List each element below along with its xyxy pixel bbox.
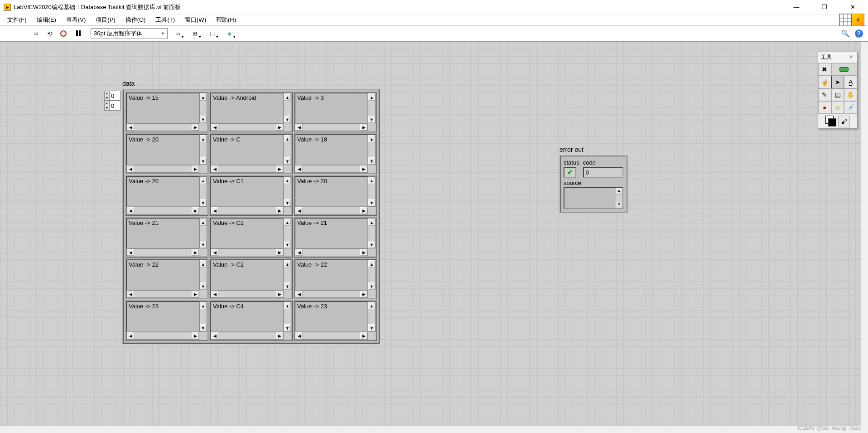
array-cell[interactable]: Value -> 21▲▼◀▶ — [294, 217, 377, 258]
cell-vscroll[interactable]: ▲▼ — [368, 93, 376, 123]
cell-hscroll[interactable]: ◀▶ — [211, 123, 284, 131]
array-cell[interactable]: Value -> 22▲▼◀▶ — [125, 258, 208, 299]
array-cell[interactable]: Value -> 20▲▼◀▶ — [125, 133, 208, 174]
array-cell[interactable]: Value -> 22▲▼◀▶ — [294, 258, 377, 299]
tool-wire-icon[interactable]: ✎ — [818, 88, 831, 101]
tools-palette-header[interactable]: 工具 ✕ — [818, 52, 857, 63]
cell-vscroll[interactable]: ▲▼ — [284, 135, 291, 165]
tool-auto-led[interactable] — [831, 63, 857, 76]
col-down-icon[interactable]: ▼ — [105, 106, 109, 110]
array-cell[interactable]: Value -> 15▲▼◀▶ — [125, 92, 208, 132]
main-horizontal-scrollbar[interactable] — [0, 425, 860, 433]
tool-text-icon[interactable]: A̲ — [844, 76, 857, 88]
font-selector[interactable]: 36pt 应用程序字体 — [91, 28, 168, 39]
cell-vscroll[interactable]: ▲▼ — [368, 260, 376, 290]
tool-position-icon[interactable]: ➤ — [831, 76, 844, 88]
array-cell[interactable]: Value -> 21▲▼◀▶ — [125, 217, 208, 258]
row-index-value[interactable]: 0 — [110, 91, 121, 101]
tool-scroll-icon[interactable]: ✋ — [844, 88, 857, 101]
tools-palette-close-icon[interactable]: ✕ — [847, 54, 854, 61]
row-down-icon[interactable]: ▼ — [105, 96, 109, 100]
cell-hscroll[interactable]: ◀▶ — [211, 248, 284, 256]
tool-probe-icon[interactable]: ⊕ — [831, 101, 844, 114]
array-cell[interactable]: Value -> 23▲▼◀▶ — [294, 300, 377, 341]
cell-vscroll[interactable]: ▲▼ — [199, 218, 207, 248]
tool-auto-icon[interactable]: ✖ — [818, 63, 831, 76]
tool-color-swatches[interactable]: 🖌 — [818, 114, 857, 128]
menu-window[interactable]: 窗口(W) — [180, 15, 211, 25]
resize-dropdown[interactable]: ⬚ — [205, 28, 219, 39]
col-index-control[interactable]: ▲▼ 0 — [104, 101, 121, 111]
cell-vscroll[interactable]: ▲▼ — [284, 93, 291, 123]
cell-vscroll[interactable]: ▲▼ — [368, 302, 376, 332]
cell-hscroll[interactable]: ◀▶ — [211, 207, 284, 214]
pause-button[interactable] — [72, 28, 82, 39]
array-cell[interactable]: Value -> C▲▼◀▶ — [209, 133, 293, 174]
cell-hscroll[interactable]: ◀▶ — [295, 207, 368, 214]
tool-paint-icon[interactable]: 🖌 — [838, 116, 850, 127]
close-button[interactable]: ✕ — [843, 1, 863, 14]
array-cell[interactable]: Value -> 18▲▼◀▶ — [294, 133, 377, 174]
help-button[interactable]: ? — [854, 28, 864, 39]
reorder-dropdown[interactable]: ◈ — [222, 28, 236, 39]
tool-operate-icon[interactable]: ☝ — [818, 76, 831, 88]
cell-hscroll[interactable]: ◀▶ — [126, 207, 199, 214]
cell-hscroll[interactable]: ◀▶ — [126, 332, 199, 340]
cell-hscroll[interactable]: ◀▶ — [295, 290, 368, 298]
minimize-button[interactable]: — — [786, 1, 806, 14]
cell-vscroll[interactable]: ▲▼ — [368, 135, 376, 165]
cell-vscroll[interactable]: ▲▼ — [199, 135, 207, 165]
run-button[interactable]: ⇨ — [31, 28, 42, 39]
row-up-icon[interactable]: ▲ — [105, 91, 109, 96]
main-vertical-scrollbar[interactable] — [860, 42, 868, 425]
cell-hscroll[interactable]: ◀▶ — [126, 123, 199, 131]
cell-vscroll[interactable]: ▲▼ — [199, 176, 207, 207]
cell-hscroll[interactable]: ◀▶ — [295, 123, 368, 131]
menu-project[interactable]: 项目(P) — [91, 15, 120, 25]
cell-hscroll[interactable]: ◀▶ — [211, 290, 284, 298]
array-cell[interactable]: Value -> C2▲▼◀▶ — [209, 258, 293, 299]
cell-vscroll[interactable]: ▲▼ — [199, 302, 207, 332]
array-cell[interactable]: Value -> 20▲▼◀▶ — [294, 175, 377, 216]
cell-hscroll[interactable]: ◀▶ — [211, 332, 284, 340]
cell-vscroll[interactable]: ▲▼ — [199, 260, 207, 290]
front-panel-canvas[interactable]: data ▲▼ 0 ▲▼ 0 Value -> 15▲▼◀▶Value -> A… — [0, 42, 860, 425]
menu-help[interactable]: 帮助(H) — [212, 15, 241, 25]
array-cell[interactable]: Value -> 20▲▼◀▶ — [125, 175, 208, 216]
connector-grid-icon[interactable] — [839, 14, 852, 26]
cell-hscroll[interactable]: ◀▶ — [126, 165, 199, 173]
array-cell[interactable]: Value -> C1▲▼◀▶ — [209, 175, 293, 216]
tool-breakpoint-icon[interactable]: ● — [818, 101, 831, 114]
cell-vscroll[interactable]: ▲▼ — [199, 93, 207, 123]
tool-shortcut-icon[interactable]: ▤ — [831, 88, 844, 101]
tools-palette[interactable]: 工具 ✕ ✖ ☝ ➤ A̲ ✎ ▤ ✋ ● ⊕ 💉 🖌 — [818, 52, 858, 129]
abort-button[interactable] — [58, 28, 69, 39]
vi-icon[interactable]: ⚙ — [852, 14, 864, 26]
cell-vscroll[interactable]: ▲▼ — [284, 218, 291, 248]
bg-color-swatch[interactable] — [828, 118, 836, 126]
array-cell[interactable]: Value -> C4▲▼◀▶ — [209, 300, 293, 341]
cell-vscroll[interactable]: ▲▼ — [368, 176, 376, 207]
maximize-button[interactable]: ❐ — [815, 1, 834, 14]
menu-operate[interactable]: 操作(O) — [121, 15, 150, 25]
cell-vscroll[interactable]: ▲▼ — [368, 218, 376, 248]
menu-edit[interactable]: 编辑(E) — [32, 15, 61, 25]
cell-hscroll[interactable]: ◀▶ — [295, 248, 368, 256]
cell-hscroll[interactable]: ◀▶ — [211, 165, 284, 173]
cell-vscroll[interactable]: ▲▼ — [284, 260, 291, 290]
source-scrollbar[interactable]: ▲▼ — [616, 188, 622, 208]
menu-file[interactable]: 文件(F) — [3, 15, 31, 25]
cell-vscroll[interactable]: ▲▼ — [284, 302, 291, 332]
cell-vscroll[interactable]: ▲▼ — [284, 176, 291, 207]
tool-color-copy-icon[interactable]: 💉 — [844, 101, 857, 114]
cell-hscroll[interactable]: ◀▶ — [126, 290, 199, 298]
col-index-value[interactable]: 0 — [110, 101, 121, 111]
array-cell[interactable]: Value -> C2▲▼◀▶ — [209, 217, 293, 258]
menu-view[interactable]: 查看(V) — [62, 15, 90, 25]
run-continuous-button[interactable]: ⟲ — [44, 28, 55, 39]
distribute-dropdown[interactable]: ⊞ — [188, 28, 202, 39]
row-index-control[interactable]: ▲▼ 0 — [104, 91, 121, 101]
array-cell[interactable]: Value -> 23▲▼◀▶ — [125, 300, 208, 341]
search-button[interactable]: 🔍 — [840, 28, 851, 39]
array-cell[interactable]: Value -> Android▲▼◀▶ — [209, 92, 293, 132]
